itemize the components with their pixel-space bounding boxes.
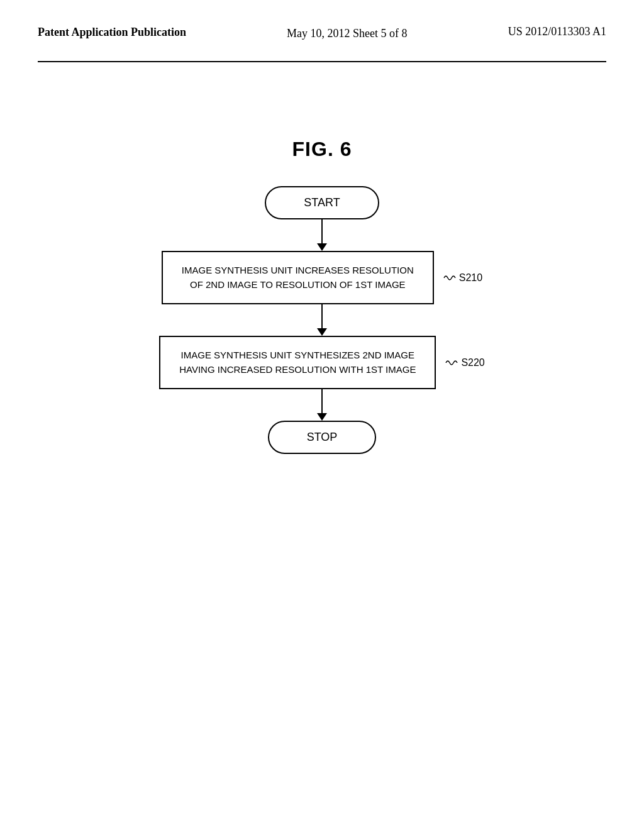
- flowchart: START IMAGE SYNTHESIS UNIT INCREASES RES…: [159, 186, 485, 454]
- s210-label-container: S210: [443, 272, 482, 284]
- date-sheet-label: May 10, 2012 Sheet 5 of 8: [287, 27, 407, 40]
- fig-title: FIG. 6: [292, 138, 352, 161]
- arrow-s220-to-stop: [317, 389, 327, 421]
- s220-label-container: S220: [445, 357, 484, 368]
- s210-text-line1: IMAGE SYNTHESIS UNIT INCREASES RESOLUTIO…: [182, 265, 414, 275]
- s220-shape: IMAGE SYNTHESIS UNIT SYNTHESIZES 2ND IMA…: [159, 336, 436, 389]
- arrow-head-1: [317, 243, 327, 251]
- s220-squig-icon: [445, 358, 458, 368]
- header-divider: [38, 61, 606, 62]
- s210-row: IMAGE SYNTHESIS UNIT INCREASES RESOLUTIO…: [162, 251, 482, 304]
- stop-label: STOP: [307, 431, 338, 443]
- s220-text-line1: IMAGE SYNTHESIS UNIT SYNTHESIZES 2ND IMA…: [181, 350, 414, 360]
- s210-shape: IMAGE SYNTHESIS UNIT INCREASES RESOLUTIO…: [162, 251, 434, 304]
- start-label: START: [304, 196, 340, 209]
- header-right: US 2012/0113303 A1: [508, 25, 606, 38]
- arrow-head-2: [317, 328, 327, 336]
- arrow-start-to-s210: [317, 219, 327, 251]
- s220-text-line2: HAVING INCREASED RESOLUTION WITH 1ST IMA…: [179, 364, 416, 375]
- header-center: May 10, 2012 Sheet 5 of 8: [287, 25, 407, 42]
- arrow-line-2: [321, 304, 323, 328]
- s210-step-label: S210: [459, 272, 482, 284]
- stop-shape: STOP: [268, 421, 377, 454]
- header: Patent Application Publication May 10, 2…: [38, 25, 606, 48]
- patent-number-label: US 2012/0113303 A1: [508, 25, 606, 38]
- arrow-head-3: [317, 413, 327, 421]
- s210-text-line2: OF 2ND IMAGE TO RESOLUTION OF 1ST IMAGE: [190, 279, 406, 290]
- patent-application-publication-label: Patent Application Publication: [38, 26, 186, 38]
- arrow-line-3: [321, 389, 323, 413]
- diagram-container: FIG. 6 START IMAGE SYNTHESIS UNIT INCREA…: [38, 138, 606, 454]
- arrow-s210-to-s220: [317, 304, 327, 336]
- s210-squig-icon: [443, 273, 457, 283]
- arrow-line-1: [321, 219, 323, 243]
- start-row: START: [265, 186, 379, 219]
- s220-step-label: S220: [461, 357, 484, 368]
- page: Patent Application Publication May 10, 2…: [0, 0, 644, 830]
- start-shape: START: [265, 186, 379, 219]
- stop-row: STOP: [268, 421, 377, 454]
- s220-row: IMAGE SYNTHESIS UNIT SYNTHESIZES 2ND IMA…: [159, 336, 485, 389]
- header-left: Patent Application Publication: [38, 25, 186, 40]
